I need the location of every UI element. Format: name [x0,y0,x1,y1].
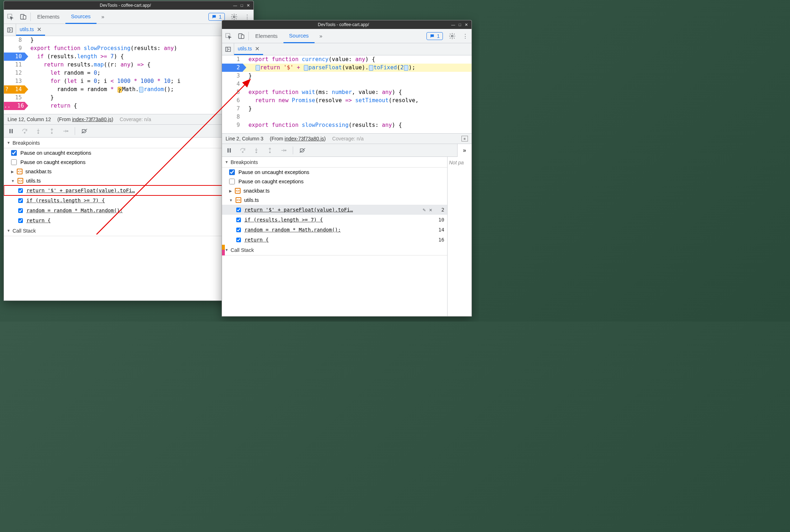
inspect-icon[interactable] [4,10,17,23]
code-text[interactable]: } [243,72,471,80]
line-number[interactable]: 13 [4,77,25,85]
checkbox[interactable] [236,218,241,222]
checkbox[interactable] [236,228,241,232]
breakpoint-text[interactable]: random = random * Math.random(); [245,227,432,233]
checkbox[interactable] [11,150,17,156]
line-number[interactable]: 5 [222,88,243,96]
navigator-toggle-icon[interactable] [4,24,16,36]
code-line[interactable]: 8} [4,36,253,44]
kebab-icon[interactable]: ⋮ [459,30,471,43]
pause-option[interactable]: Pause on uncaught exceptions [4,148,253,158]
breakpoint-text[interactable]: if (results.length >= 7) { [26,198,238,203]
deactivate-breakpoints-icon[interactable] [297,145,307,155]
line-number[interactable]: 7 [222,105,243,113]
checkbox[interactable] [18,198,23,203]
code-text[interactable]: let random = 0; [25,69,253,77]
breakpoint-row[interactable]: random = random * Math.random();14 [4,205,253,215]
titlebar[interactable]: DevTools - coffee-cart.app/ — □ ✕ [222,20,471,29]
close-tab-icon[interactable]: ✕ [255,45,260,52]
code-text[interactable]: for (let i = 0; i < 1000 * 1000 * 10; i [25,77,253,85]
line-number[interactable]: ? 14 [4,85,25,94]
checkbox[interactable] [18,188,23,193]
code-line[interactable]: 3} [222,72,471,80]
deactivate-breakpoints-icon[interactable] [79,126,89,136]
checkbox[interactable] [18,208,23,213]
code-text[interactable] [243,80,471,88]
code-line[interactable]: 6 return new Promise(resolve => setTimeo… [222,96,471,105]
breakpoint-text[interactable]: if (results.length >= 7) { [245,217,432,223]
line-number[interactable]: 11 [4,61,25,69]
code-text[interactable]: export function wait(ms: number, value: … [243,88,471,96]
tab-sources[interactable]: Sources [283,29,315,43]
tab-elements[interactable]: Elements [250,29,283,43]
line-number[interactable]: 9 [4,44,25,53]
code-text[interactable]: export function slowProcessing(results: … [243,121,471,129]
breakpoint-file-group[interactable]: ▼<>utils.ts [4,176,253,185]
code-line[interactable]: 11 return results.map((r: any) => { [4,61,253,69]
source-link[interactable]: index-73f73a80.js [72,116,112,122]
close-tab-icon[interactable]: ✕ [37,26,41,33]
messages-chip[interactable]: 1 [208,13,225,21]
code-text[interactable]: return { [25,102,253,110]
step-icon[interactable] [278,145,288,155]
breakpoint-file-group[interactable]: ▶<>snackbar.ts [4,167,253,176]
step-icon[interactable] [60,126,70,136]
code-text[interactable]: return new Promise(resolve => setTimeout… [243,96,471,105]
breakpoint-row[interactable]: return '$' + parseFloat(value).toFi…✎✕2 [222,205,447,215]
file-tab-utils[interactable]: utils.ts ✕ [16,24,45,36]
line-number[interactable]: 2 [222,64,243,72]
breakpoint-row[interactable]: return {16 [4,215,253,225]
messages-chip[interactable]: 1 [426,32,443,40]
more-tabs-icon[interactable]: » [97,10,109,23]
code-line[interactable]: 15 } [4,94,253,102]
device-icon[interactable] [235,30,248,43]
device-icon[interactable] [17,10,30,23]
code-text[interactable]: return results.map((r: any) => { [25,61,253,69]
breakpoint-text[interactable]: return { [26,218,238,223]
more-tabs-icon[interactable]: » [315,30,327,43]
code-line[interactable]: 2 return '$' + parseFloat(value).toFixed… [222,64,471,72]
line-number[interactable]: 8 [222,113,243,121]
line-number[interactable]: 3 [222,72,243,80]
code-line[interactable]: 12 let random = 0; [4,69,253,77]
code-text[interactable]: if (results.length >= 7) { [25,53,253,61]
code-text[interactable]: return '$' + parseFloat(value).toFixed(2… [243,64,471,72]
more-chevron-icon[interactable]: » [457,144,471,157]
checkbox[interactable] [18,218,23,223]
sourcemap-icon[interactable]: ≡ [461,136,468,141]
section-callstack[interactable]: ▼Call Stack [222,245,447,255]
checkbox[interactable] [229,169,235,175]
navigator-toggle-icon[interactable] [222,43,234,55]
step-out-icon[interactable] [47,126,57,136]
line-number[interactable]: 8 [4,36,25,44]
code-line[interactable]: 13 for (let i = 0; i < 1000 * 1000 * 10;… [4,77,253,85]
close-icon[interactable]: ✕ [465,23,468,27]
breakpoint-row[interactable]: if (results.length >= 7) {10 [222,215,447,225]
code-line[interactable]: 5export function wait(ms: number, value:… [222,88,471,96]
section-breakpoints[interactable]: ▼Breakpoints [222,157,447,168]
code-line[interactable]: 9export function slowProcessing(results:… [222,121,471,129]
code-editor[interactable]: 8}9export function slowProcessing(result… [4,36,253,114]
maximize-icon[interactable]: □ [459,23,461,27]
line-number[interactable]: 1 [222,55,243,64]
code-text[interactable]: export function currency(value: any) { [243,55,471,64]
breakpoint-text[interactable]: random = random * Math.random(); [26,208,238,213]
code-line[interactable]: 4 [222,80,471,88]
code-line[interactable]: 1export function currency(value: any) { [222,55,471,64]
tab-sources[interactable]: Sources [65,10,97,24]
breakpoint-row[interactable]: random = random * Math.random();14 [222,225,447,235]
close-icon[interactable]: ✕ [247,3,250,8]
edit-icon[interactable]: ✎ [423,207,425,213]
code-line[interactable]: 9export function slowProcessing(results:… [4,44,253,53]
pause-option[interactable]: Pause on uncaught exceptions [222,168,447,177]
pause-option[interactable]: Pause on caught exceptions [222,177,447,186]
step-into-icon[interactable] [251,145,261,155]
checkbox[interactable] [236,208,241,212]
step-over-icon[interactable] [238,145,248,155]
code-text[interactable] [243,113,471,121]
code-line[interactable]: .. 16 return { [4,102,253,110]
breakpoint-row[interactable]: if (results.length >= 7) {10 [4,195,253,205]
pause-icon[interactable] [6,126,16,136]
code-text[interactable]: } [25,36,253,44]
line-number[interactable]: 6 [222,96,243,105]
